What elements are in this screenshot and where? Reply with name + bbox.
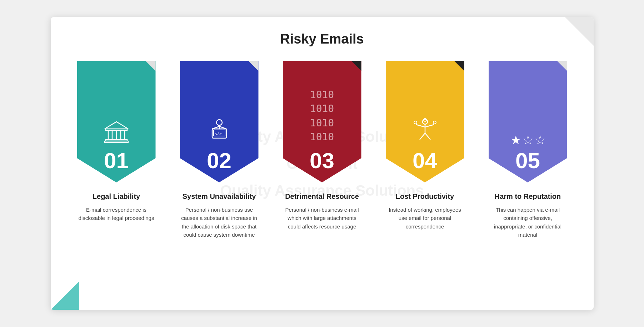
svg-point-22 [433,121,436,124]
star-3: ☆ [535,134,545,146]
card-3-number: 03 [310,150,334,172]
card-5-number: 05 [515,150,540,172]
svg-line-20 [425,125,434,127]
card-1-desc: E-mail correspondence is disclosable in … [77,206,156,222]
card-4-number: 04 [413,150,437,172]
banner-2: </> 02 [180,61,259,182]
card-4-desc: Instead of working, employees use email … [386,206,464,231]
card-1-title: Legal Liability [93,192,140,201]
star-2: ☆ [523,134,533,146]
svg-rect-0 [106,129,127,130]
card-lost-productivity: 04 Lost Productivity Instead of working,… [377,61,473,231]
banner-body-3: 1010101010101010 03 [283,61,361,182]
developer-icon: </> [207,118,232,146]
banner-5: ★ ☆ ☆ 05 [489,61,567,182]
banner-body-5: ★ ☆ ☆ 05 [489,61,567,182]
juggler-icon [413,118,438,146]
svg-text:</>: </> [215,131,222,136]
cards-container: 01 Legal Liability E-mail correspondence… [69,61,576,239]
svg-line-19 [416,125,425,127]
stars-icon: ★ ☆ ☆ [510,134,545,146]
binary-icon: 1010101010101010 [310,88,334,146]
svg-line-17 [420,133,425,140]
card-2-number: 02 [207,150,231,172]
star-1: ★ [510,134,521,146]
card-3-desc: Personal / non-business e-mail which wit… [283,206,361,231]
banner-1: 01 [77,61,156,182]
card-3-title: Detrimental Resource [285,192,359,201]
card-4-title: Lost Productivity [396,192,454,201]
svg-point-8 [216,120,222,125]
binary-display: 1010101010101010 [310,88,334,144]
card-legal-liability: 01 Legal Liability E-mail correspondence… [69,61,164,222]
stars-display: ★ ☆ ☆ [510,134,545,146]
banner-4: 04 [386,61,464,182]
svg-point-21 [414,121,417,124]
card-5-title: Harm to Reputation [495,192,561,201]
card-2-desc: Personal / non-business use causes a sub… [180,206,259,239]
building-icon [104,118,129,146]
card-harm-reputation: ★ ☆ ☆ 05 Harm to Reputation This can hap… [480,61,576,239]
svg-rect-7 [105,141,128,142]
card-1-number: 01 [104,150,129,172]
banner-body-1: 01 [77,61,156,182]
card-5-desc: This can happen via e-mail containing of… [489,206,567,239]
banner-3: 1010101010101010 03 [283,61,361,182]
card-detrimental-resource: 1010101010101010 03 Detrimental Resource… [274,61,370,231]
slide: Quality Assurance Solutions Copyright Qu… [51,17,594,310]
page-title: Risky Emails [69,31,576,47]
banner-body-4: 04 [386,61,464,182]
banner-body-2: </> 02 [180,61,259,182]
card-system-unavailability: </> 02 System Unavailability Personal / … [171,61,267,239]
svg-line-18 [425,133,430,140]
card-2-title: System Unavailability [183,192,256,201]
